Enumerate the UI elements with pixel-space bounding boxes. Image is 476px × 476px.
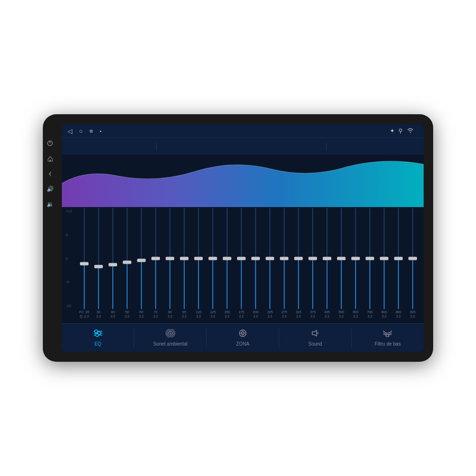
slider-fill-95 xyxy=(184,258,185,309)
slider-thumb-95[interactable] xyxy=(180,257,188,260)
q-label-125: 2.2 xyxy=(210,314,215,318)
home-nav-icon[interactable]: ○ xyxy=(79,128,83,135)
slider-thumb-235[interactable] xyxy=(266,257,274,260)
slider-col-375[interactable] xyxy=(306,207,320,310)
nav-label-zona: ZONA xyxy=(236,341,249,347)
slider-col-30[interactable] xyxy=(91,207,106,310)
slider-track-60 xyxy=(141,208,142,309)
slider-col-150[interactable] xyxy=(220,207,234,310)
slider-col-80[interactable] xyxy=(163,207,177,310)
slider-thumb-435[interactable] xyxy=(323,257,331,260)
freq-col-60: 602.2 xyxy=(134,310,149,318)
freq-col-95: 952.2 xyxy=(177,310,191,318)
slider-thumb-800[interactable] xyxy=(380,257,388,260)
slider-col-70[interactable] xyxy=(149,207,163,310)
slider-col-125[interactable] xyxy=(206,207,220,310)
slider-track-800 xyxy=(384,208,385,309)
slider-col-50[interactable] xyxy=(120,207,134,310)
slider-col-110[interactable] xyxy=(191,207,206,310)
slider-col-95[interactable] xyxy=(177,207,191,310)
slider-col-600[interactable] xyxy=(348,207,363,310)
freq-col-150: 1502.2 xyxy=(220,310,234,318)
slider-thumb-500[interactable] xyxy=(337,257,346,260)
slider-thumb-920[interactable] xyxy=(408,257,417,260)
slider-col-920[interactable] xyxy=(406,207,420,310)
slider-thumb-40[interactable] xyxy=(109,263,117,266)
slider-thumb-200[interactable] xyxy=(251,257,260,260)
slider-col-315[interactable] xyxy=(291,207,306,310)
freq-col-800: 8002.2 xyxy=(377,310,391,318)
slider-col-20[interactable] xyxy=(77,207,91,310)
slider-thumb-80[interactable] xyxy=(166,257,174,260)
slider-thumb-30[interactable] xyxy=(94,265,103,268)
fc-label-700: 700 xyxy=(367,310,373,314)
slider-track-40 xyxy=(112,208,113,309)
slider-col-235[interactable] xyxy=(263,207,277,310)
slider-thumb-70[interactable] xyxy=(151,257,160,260)
slider-thumb-860[interactable] xyxy=(394,257,403,260)
slider-track-700 xyxy=(369,208,370,309)
slider-thumb-275[interactable] xyxy=(280,257,288,260)
slider-thumb-175[interactable] xyxy=(237,257,246,260)
home-button[interactable] xyxy=(46,154,54,163)
nav-item-eq[interactable]: EQ xyxy=(62,324,134,352)
power-button[interactable] xyxy=(46,139,54,148)
slider-thumb-700[interactable] xyxy=(366,257,374,260)
fc-label-800: 800 xyxy=(381,310,387,314)
volume-down-button[interactable]: 🔉 xyxy=(46,200,54,208)
sliders-track xyxy=(66,207,420,310)
slider-col-860[interactable] xyxy=(391,207,406,310)
slider-track-860 xyxy=(398,208,399,309)
slider-thumb-600[interactable] xyxy=(351,257,360,260)
nav-icon-filtru xyxy=(382,329,393,340)
slider-thumb-315[interactable] xyxy=(294,257,303,260)
fc-label-40: 40 xyxy=(111,310,115,314)
back-button[interactable] xyxy=(46,169,54,178)
slider-thumb-125[interactable] xyxy=(208,257,217,260)
slider-fill-175 xyxy=(241,258,242,309)
slider-thumb-375[interactable] xyxy=(308,257,317,260)
q-label-800: 2.2 xyxy=(382,314,387,318)
slider-thumb-150[interactable] xyxy=(223,257,231,260)
fc-label-315: 315 xyxy=(296,310,301,314)
nav-item-filtru[interactable]: Filtru de bas xyxy=(352,324,424,352)
slider-thumb-60[interactable] xyxy=(137,259,146,262)
slider-fill-150 xyxy=(227,258,228,309)
eq-visualization xyxy=(62,155,424,207)
status-bar: ◁ ○ ≡ ▪ ✦ ⚲ xyxy=(62,124,424,138)
slider-thumb-50[interactable] xyxy=(123,261,131,264)
slider-track-125 xyxy=(212,208,213,309)
freq-col-315: 3152.2 xyxy=(291,310,306,318)
slider-thumb-20[interactable] xyxy=(80,262,89,265)
back-nav-icon[interactable]: ◁ xyxy=(68,128,72,135)
fc-label-50: 50 xyxy=(125,310,129,314)
nav-label-eq: EQ xyxy=(94,341,101,347)
nav-item-zona[interactable]: ZONA xyxy=(207,324,278,352)
slider-track-175 xyxy=(241,208,242,309)
slider-col-200[interactable] xyxy=(248,207,263,310)
slider-col-500[interactable] xyxy=(334,207,348,310)
slider-col-60[interactable] xyxy=(134,207,149,310)
volume-up-button[interactable]: 🔊 xyxy=(46,185,54,193)
fc-label-125: 125 xyxy=(210,310,216,314)
slider-fill-500 xyxy=(341,258,342,309)
recent-nav-icon[interactable]: ▪ xyxy=(99,129,101,134)
slider-thumb-110[interactable] xyxy=(194,257,203,260)
nav-item-sunet[interactable]: Sunet ambiental xyxy=(134,324,206,352)
slider-col-175[interactable] xyxy=(234,207,248,310)
slider-track-235 xyxy=(269,208,270,309)
slider-fill-50 xyxy=(127,262,128,309)
slider-fill-110 xyxy=(198,258,199,309)
slider-col-40[interactable] xyxy=(106,207,120,310)
q-label-860: 2.2 xyxy=(396,314,401,318)
nav-item-sound[interactable]: Sound xyxy=(279,324,351,352)
fc-label-95: 95 xyxy=(182,310,186,314)
menu-nav-icon[interactable]: ≡ xyxy=(89,128,93,135)
bottom-nav: EQ Sunet ambiental ZONA Sound Filtru de … xyxy=(62,323,424,352)
freq-col-700: 7002.2 xyxy=(363,310,377,318)
slider-col-800[interactable] xyxy=(377,207,391,310)
slider-col-700[interactable] xyxy=(363,207,377,310)
freq-col-600: 6002.2 xyxy=(348,310,363,318)
slider-col-275[interactable] xyxy=(277,207,291,310)
slider-col-435[interactable] xyxy=(320,207,334,310)
